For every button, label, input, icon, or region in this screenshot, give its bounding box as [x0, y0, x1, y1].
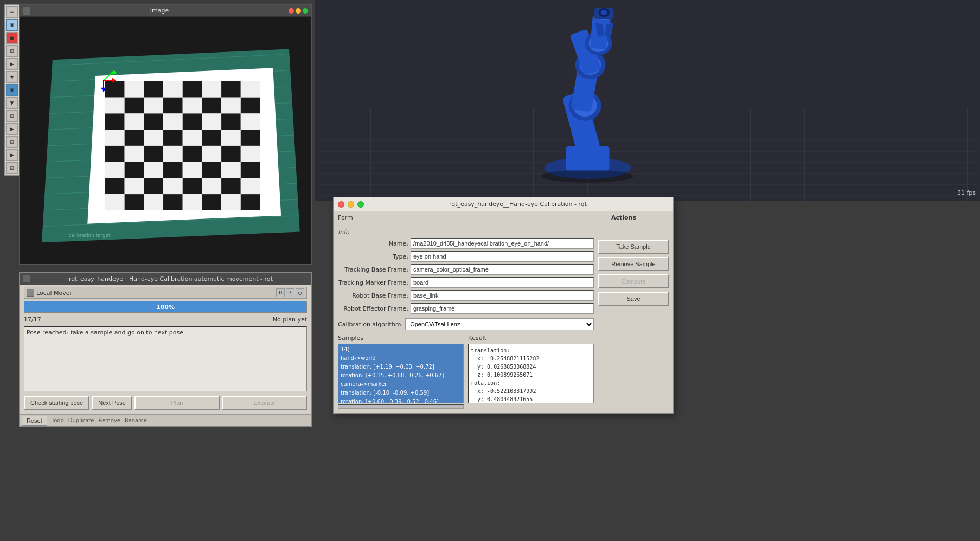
robot-base-input[interactable] — [411, 290, 594, 301]
sub-icon-d[interactable]: D — [276, 288, 285, 297]
svg-rect-46 — [105, 146, 125, 162]
svg-rect-68 — [221, 178, 241, 194]
svg-rect-28 — [221, 98, 241, 114]
svg-rect-74 — [183, 194, 202, 210]
type-input[interactable] — [411, 251, 594, 262]
svg-rect-53 — [241, 146, 260, 162]
svg-rect-71 — [125, 194, 144, 210]
sample-item-0: 14) — [340, 345, 462, 354]
dialog-title: rqt_easy_handeye__Hand-eye Calibration -… — [367, 201, 669, 208]
svg-rect-66 — [183, 178, 202, 194]
save-button[interactable]: Save — [598, 292, 669, 306]
svg-rect-56 — [144, 162, 163, 178]
svg-rect-44 — [221, 130, 241, 146]
svg-rect-59 — [202, 162, 221, 178]
result-panel: Result translation: x: -0.2548821115282 … — [468, 334, 594, 409]
sidebar-icon-arrow[interactable]: ▶ — [6, 58, 18, 70]
sidebar-icon-expand[interactable]: ▼ — [6, 97, 18, 109]
dialog-toolbar: Form Actions — [334, 211, 673, 224]
svg-rect-52 — [221, 146, 241, 162]
info-label: Info — [338, 229, 594, 236]
svg-rect-64 — [144, 178, 163, 194]
svg-rect-65 — [163, 178, 183, 194]
sidebar-icon-display[interactable]: ⊡ — [6, 110, 18, 122]
compute-button: Compute — [598, 274, 669, 288]
dialog-max-btn[interactable] — [357, 201, 364, 208]
sidebar-icon-arrow3[interactable]: ▶ — [6, 149, 18, 161]
svg-rect-43 — [202, 130, 221, 146]
sample-item-2: translation: [+1.19, +0.03, +0.72] — [340, 363, 462, 371]
image-window-close[interactable] — [289, 8, 294, 14]
svg-rect-73 — [163, 194, 183, 210]
svg-rect-40 — [144, 130, 163, 146]
sidebar-icon-layers[interactable]: ⊞ — [6, 45, 18, 57]
tracking-marker-input[interactable] — [411, 277, 594, 288]
svg-rect-22 — [105, 98, 125, 114]
dialog-form-label: Form — [338, 214, 353, 221]
check-starting-pose-button[interactable]: Check starting pose — [24, 396, 89, 410]
algorithm-select[interactable]: OpenCV/Tsai-Lenz — [405, 318, 594, 330]
svg-rect-37 — [241, 113, 260, 130]
svg-rect-16 — [144, 81, 163, 98]
svg-rect-41 — [163, 130, 183, 146]
reset-button[interactable]: Reset — [22, 416, 47, 426]
svg-rect-35 — [202, 113, 221, 130]
name-label: Name: — [338, 240, 408, 247]
desktop: ≡ ▣ ● ⊞ ▶ ★ ▣ ▼ ⊡ ▶ ⊡ ▶ ⊡ Image — [0, 0, 980, 541]
svg-rect-55 — [125, 162, 144, 178]
svg-rect-33 — [163, 113, 183, 130]
todo-label: Todo — [52, 417, 64, 423]
samples-panel: Samples 14) hand->world translation: [+1… — [338, 334, 464, 409]
sidebar-icon-arrow2[interactable]: ▶ — [6, 123, 18, 135]
svg-rect-54 — [105, 162, 125, 178]
tracking-base-input[interactable] — [411, 264, 594, 275]
samples-scrollbar[interactable] — [338, 404, 464, 409]
left-sidebar: ≡ ▣ ● ⊞ ▶ ★ ▣ ▼ ⊡ ▶ ⊡ ▶ ⊡ — [4, 4, 20, 176]
plan-button: Plan — [134, 396, 220, 410]
image-window-max[interactable] — [303, 8, 308, 14]
robot-base-row: Robot Base Frame: — [338, 290, 594, 301]
plan-status: No plan yet — [273, 316, 307, 323]
svg-rect-51 — [202, 146, 221, 162]
sub-icon-help[interactable]: ? — [286, 288, 294, 297]
sidebar-icon-file[interactable]: ≡ — [6, 6, 18, 18]
sidebar-icon-display3[interactable]: ⊡ — [6, 162, 18, 174]
dialog-close-btn[interactable] — [338, 201, 344, 208]
svg-rect-50 — [183, 146, 202, 162]
sample-item-6: rotation: [+0.60, -0.39, -0.52, -0.46] — [340, 397, 462, 403]
3d-viewer: 31 fps — [315, 0, 980, 201]
svg-rect-69 — [241, 178, 260, 194]
sidebar-icon-active[interactable]: ▣ — [6, 84, 18, 96]
sidebar-icon-image[interactable]: ▣ — [6, 19, 18, 31]
robot-effector-row: Robot Effector Frame: — [338, 303, 594, 314]
sidebar-icon-display2[interactable]: ⊡ — [6, 136, 18, 148]
execute-button: Execute — [222, 396, 307, 410]
movement-bottom-bar: Reset Todo Duplicate Remove Rename — [20, 414, 311, 426]
next-pose-button[interactable]: Next Pose — [92, 396, 132, 410]
dialog-min-btn[interactable] — [348, 201, 354, 208]
svg-rect-15 — [125, 81, 144, 98]
local-mover-label: Local Mover — [36, 289, 274, 297]
fps-counter: 31 fps — [957, 189, 976, 196]
svg-rect-38 — [105, 130, 125, 146]
svg-rect-48 — [144, 146, 163, 162]
rename-label: Rename — [125, 417, 147, 423]
image-window-min[interactable] — [296, 8, 301, 14]
svg-rect-20 — [221, 81, 241, 98]
movement-titlebar: rqt_easy_handeye__Hand-eye Calibration a… — [20, 273, 311, 285]
svg-rect-29 — [241, 98, 260, 114]
name-input[interactable] — [411, 238, 594, 249]
remove-sample-button[interactable]: Remove Sample — [598, 257, 669, 271]
robot-effector-input[interactable] — [411, 303, 594, 314]
sidebar-icon-red[interactable]: ● — [6, 32, 18, 44]
sidebar-icon-star[interactable]: ★ — [6, 71, 18, 83]
sub-icon-close[interactable]: ○ — [296, 288, 304, 297]
type-label: Type: — [338, 253, 408, 260]
movement-window: rqt_easy_handeye__Hand-eye Calibration a… — [19, 272, 312, 427]
samples-list[interactable]: 14) hand->world translation: [+1.19, +0.… — [338, 344, 464, 403]
dialog-titlebar: rqt_easy_handeye__Hand-eye Calibration -… — [334, 197, 673, 211]
actions-label: Actions — [611, 214, 636, 221]
tracking-base-row: Tracking Base Frame: — [338, 264, 594, 275]
take-sample-button[interactable]: Take Sample — [598, 240, 669, 254]
svg-rect-34 — [183, 113, 202, 130]
